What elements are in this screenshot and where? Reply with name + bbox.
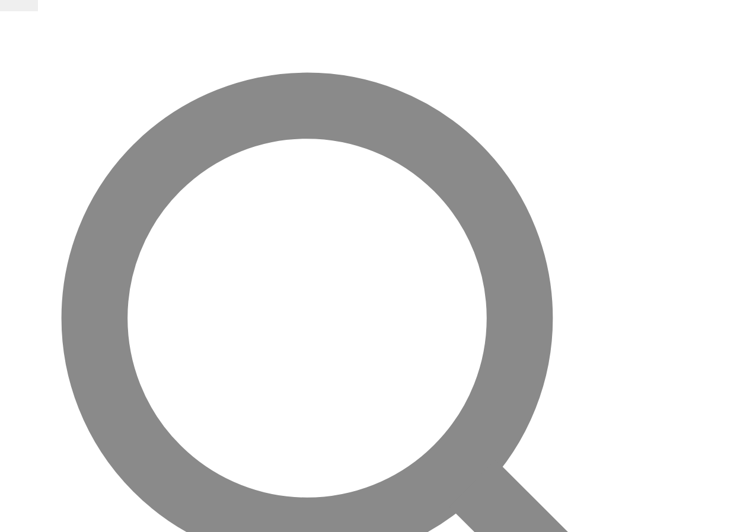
main-toolbar bbox=[0, 0, 756, 532]
cytoscape-window: Control Panel ✕ NetworkStyleSelectMCDS O… bbox=[0, 0, 756, 532]
desktop: Control Panel ✕ NetworkStyleSelectMCDS O… bbox=[0, 0, 756, 532]
search-box[interactable] bbox=[0, 11, 756, 532]
search-icon bbox=[0, 11, 756, 532]
show-all-icon[interactable] bbox=[36, 0, 38, 11]
